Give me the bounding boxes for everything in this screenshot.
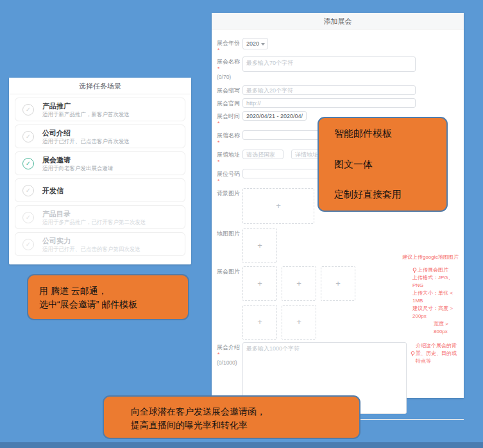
year-select-value: 2020 xyxy=(246,40,259,47)
form-title: 添加展会 xyxy=(212,13,464,30)
scenario-item-product-promo[interactable]: ✓ 产品推广 适用于新产品推广，新客户首次发送 xyxy=(15,98,185,121)
photo-upload-slot[interactable]: + xyxy=(282,266,316,301)
scenario-item-title: 公司实力 xyxy=(42,236,180,245)
scenario-item-title: 产品目录 xyxy=(42,209,180,218)
intro-char-counter: (0/1000) xyxy=(217,359,242,366)
chevron-down-icon xyxy=(261,43,265,46)
callout-select-template: 用 腾道 云邮通， 选中“展会邀请” 邮件模板 xyxy=(27,274,189,320)
scenario-item-company-intro[interactable]: ✓ 公司介绍 适用于已打开、已点击客户再次发送 xyxy=(15,125,185,148)
scenario-panel-title: 选择任务场景 xyxy=(9,78,191,94)
field-label-map-image: 地图图片 xyxy=(217,228,242,263)
photos-tip-line: 上传格式：JPG、PNG xyxy=(412,274,459,289)
photos-tip-line: 上传大小：单张 < 1MB xyxy=(412,289,459,305)
field-label-website: 展会官网 xyxy=(217,98,242,108)
map-image-upload[interactable]: + xyxy=(242,228,277,263)
field-label-year: 展会年份* xyxy=(217,38,242,54)
scenario-item-desc: 适用于已打开、已点击客户再次发送 xyxy=(42,138,180,145)
callout-line: 图文一体 xyxy=(334,159,440,171)
photos-tip-line: 建议尺寸：高度 > 200px xyxy=(412,305,459,320)
photos-tip-title: 上传展会图片 xyxy=(418,266,448,274)
check-circle-icon-active: ✓ xyxy=(22,158,34,169)
check-circle-icon: ✓ xyxy=(22,212,34,223)
exhibition-website-input[interactable] xyxy=(242,98,416,108)
scenario-item-desc: 适用于新产品推广，新客户首次发送 xyxy=(42,111,180,118)
plus-icon: + xyxy=(257,279,262,288)
scenario-item-title: 展会邀请 xyxy=(42,155,180,164)
check-circle-icon: ✓ xyxy=(22,131,34,142)
field-label-venue: 展馆名称* xyxy=(217,130,242,146)
scenario-item-title: 开发信 xyxy=(42,186,180,195)
photo-upload-slot[interactable]: + xyxy=(321,266,355,301)
name-char-counter: (0/70) xyxy=(217,74,242,81)
callout-line: 提高直播间的曝光率和转化率 xyxy=(131,418,354,432)
scenario-item-title: 公司介绍 xyxy=(42,128,180,137)
callout-line: 向全球潜在客户发送展会邀请函， xyxy=(131,405,354,418)
scenario-item-product-catalog[interactable]: ✓ 产品目录 适用于多产品推广，已打开客户第二次发送 xyxy=(15,205,185,229)
exhibition-name-input[interactable] xyxy=(242,56,416,72)
country-select-input[interactable] xyxy=(242,150,284,159)
photos-upload-tips: 上传展会图片 上传格式：JPG、PNG 上传大小：单张 < 1MB 建议尺寸：高… xyxy=(412,266,459,340)
callout-line: 智能邮件模板 xyxy=(334,128,440,140)
field-label-photos: 展会图片 xyxy=(217,266,242,340)
plus-icon: + xyxy=(296,279,301,288)
intro-tip-text: 介绍这个展会的背景、历史、目的或特点等 xyxy=(416,342,459,365)
scenario-panel: 选择任务场景 ✓ 产品推广 适用于新产品推广，新客户首次发送 ✓ 公司介绍 适用… xyxy=(9,78,191,264)
scenario-item-title: 产品推广 xyxy=(42,101,180,110)
check-circle-icon: ✓ xyxy=(22,185,34,196)
bottom-strip xyxy=(0,442,483,448)
scenario-item-desc: 适用于多产品推广，已打开客户第二次发送 xyxy=(42,219,180,226)
tip-lightbulb-icon xyxy=(411,351,415,357)
map-upload-tip: 建议上传google地图图片 xyxy=(402,254,459,261)
callout-line: 用 腾道 云邮通， xyxy=(39,284,183,298)
field-label-address: 展馆地址* xyxy=(217,150,242,166)
plus-icon: + xyxy=(296,317,301,327)
callout-line: 定制好直接套用 xyxy=(334,189,440,201)
intro-tip: 介绍这个展会的背景、历史、目的或特点等 xyxy=(411,342,459,414)
check-circle-icon: ✓ xyxy=(22,104,34,116)
field-label-bg-image: 背景图片 xyxy=(217,188,242,224)
scenario-list: ✓ 产品推广 适用于新产品推广，新客户首次发送 ✓ 公司介绍 适用于已打开、已点… xyxy=(9,94,191,256)
field-label-booth: 展位号码* xyxy=(217,169,242,185)
tip-lightbulb-icon xyxy=(412,268,417,273)
field-label-time: 展会时间* xyxy=(217,111,242,127)
callout-line: 选中“展会邀请” 邮件模板 xyxy=(39,298,183,311)
scenario-item-desc: 适用于已打开、已点击的客户第四次发送 xyxy=(42,246,180,253)
year-select[interactable]: 2020 xyxy=(242,38,268,49)
bg-image-upload[interactable]: + xyxy=(242,188,314,224)
exhibition-time-input[interactable] xyxy=(242,111,307,121)
scenario-item-dev-letter[interactable]: ✓ 开发信 xyxy=(15,178,185,202)
scenario-item-company-strength[interactable]: ✓ 公司实力 适用于已打开、已点击的客户第四次发送 xyxy=(15,232,185,256)
check-circle-icon: ✓ xyxy=(22,239,34,250)
exhibition-abbr-input[interactable] xyxy=(242,85,416,95)
callout-send-invite: 向全球潜在客户发送展会邀请函， 提高直播间的曝光率和转化率 xyxy=(103,395,360,439)
photo-upload-slot[interactable]: + xyxy=(242,266,277,301)
plus-icon: + xyxy=(257,241,262,250)
field-label-abbr: 展会缩写 xyxy=(217,85,242,95)
photo-upload-slot[interactable]: + xyxy=(282,305,316,340)
field-label-name: 展会名称* (0/70) xyxy=(217,56,242,81)
slide-background: 选择任务场景 ✓ 产品推广 适用于新产品推广，新客户首次发送 ✓ 公司介绍 适用… xyxy=(0,0,483,448)
plus-icon: + xyxy=(276,201,281,211)
scenario-item-exhibition-invite[interactable]: ✓ 展会邀请 适用于向老客户发出展会邀请 xyxy=(15,151,185,175)
callout-smart-template: 智能邮件模板 图文一体 定制好直接套用 xyxy=(318,117,448,212)
photo-upload-slot[interactable]: + xyxy=(242,305,277,340)
scenario-item-desc: 适用于向老客户发出展会邀请 xyxy=(42,165,180,172)
photos-tip-line: 宽度 > 800px xyxy=(412,320,459,336)
plus-icon: + xyxy=(257,317,262,327)
plus-icon: + xyxy=(335,279,341,288)
exhibition-photo-grid: + + + + + xyxy=(242,266,355,340)
